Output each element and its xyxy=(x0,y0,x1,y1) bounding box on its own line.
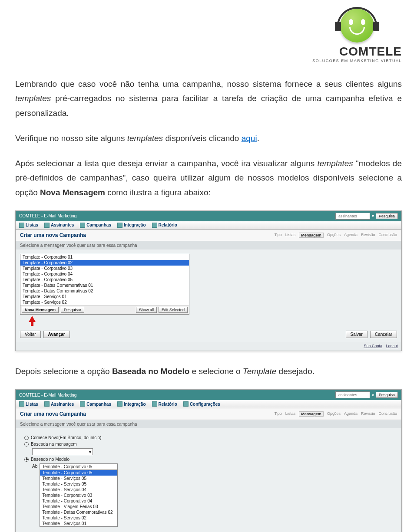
radio-group: Comece Novo(Em Branco, do início) Basead… xyxy=(20,433,397,529)
pesquisar-button[interactable]: Pesquisar xyxy=(61,307,84,313)
logo-mascot-icon xyxy=(340,9,374,43)
wizard-step[interactable]: Tipo xyxy=(275,411,282,417)
text: como ilustra a figura abaixo: xyxy=(107,188,211,197)
radio-label: Baseado no Modelo xyxy=(31,457,70,462)
screenshot-1: COMTELE - E-Mail Marketing ▾ Pesquisa Li… xyxy=(15,210,402,351)
logo-brand-name: COMTELE xyxy=(312,45,402,59)
cancelar-button[interactable]: Cancelar xyxy=(370,331,397,338)
wizard-step-active[interactable]: Mensagem xyxy=(299,411,324,417)
menu-assinantes[interactable]: Assinantes xyxy=(44,223,74,228)
list-item[interactable]: Template - Datas Comemorativas 01 xyxy=(20,282,189,288)
menu-assinantes[interactable]: Assinantes xyxy=(44,401,74,407)
app-topbar: COMTELE - E-Mail Marketing ▾ Pesquisa xyxy=(16,390,401,400)
list-icon xyxy=(19,401,24,407)
text-italic: templates xyxy=(317,159,353,168)
list-item[interactable]: Template - Serviços 01 xyxy=(40,521,117,526)
text: e selecione o xyxy=(192,367,243,376)
text-italic: Template xyxy=(243,367,276,376)
list-item[interactable]: Template - Corporativo 03 xyxy=(20,266,189,271)
text: disponíveis clicando xyxy=(165,134,241,143)
nova-mensagem-button[interactable]: Nova Mensagem xyxy=(22,307,59,313)
page-heading: Criar uma nova Campanha Tipo Listas Mens… xyxy=(16,230,401,241)
menu-integracao[interactable]: Integração xyxy=(117,401,146,407)
search-button[interactable]: Pesquisa xyxy=(376,213,398,219)
page-title: Criar uma nova Campanha xyxy=(20,411,86,417)
list-item[interactable]: Template - Corporativo 03 xyxy=(40,493,117,498)
list-item[interactable]: Template - Corporativo 05 xyxy=(20,277,189,282)
voltar-button[interactable]: Voltar xyxy=(20,331,41,338)
list-item-selected[interactable]: Template - Corporativo 05 xyxy=(40,470,117,476)
list-item[interactable]: Template - Corporativo 01 xyxy=(20,254,189,260)
modelo-dropdown[interactable]: Template - Corporativo 05 Template - Cor… xyxy=(40,463,118,527)
text-bold: Baseada no Modelo xyxy=(112,367,189,376)
list-item[interactable]: Template - Serviços 01 xyxy=(20,294,189,299)
avancar-button[interactable]: Avançar xyxy=(43,331,70,338)
search-input[interactable] xyxy=(335,213,370,220)
template-listbox[interactable]: Template - Corporativo 01 Template - Cor… xyxy=(20,254,189,315)
list-item[interactable]: Template - Serviços 05 xyxy=(40,481,117,487)
text-italic: templates xyxy=(15,94,51,103)
main-menu: Listas Assinantes Campanhas Integração R… xyxy=(16,400,401,408)
logout-link[interactable]: Logout xyxy=(386,344,398,348)
logo-block: COMTELE SOLUCOES EM MARKETING VIRTUAL xyxy=(15,9,402,64)
campaign-icon xyxy=(80,223,85,228)
page-heading: Criar uma nova Campanha Tipo Listas Mens… xyxy=(16,408,401,420)
search-input[interactable] xyxy=(335,391,370,398)
menu-relatorio[interactable]: Relatório xyxy=(152,401,177,407)
wizard-steps: Tipo Listas Mensagem Opções Agenda Revis… xyxy=(275,233,397,238)
edit-selected-button[interactable]: Edit Selected xyxy=(159,307,188,313)
people-icon xyxy=(44,401,50,407)
menu-listas[interactable]: Listas xyxy=(19,223,38,228)
show-all-button[interactable]: Show all xyxy=(136,307,157,313)
menu-configuracoes[interactable]: Configurações xyxy=(183,401,220,407)
mensagem-select[interactable] xyxy=(32,448,93,455)
list-item[interactable]: Template - Serviços 04 xyxy=(40,487,117,493)
screenshot-2: COMTELE - E-Mail Marketing ▾ Pesquisa Li… xyxy=(15,389,402,532)
wizard-step[interactable]: Tipo xyxy=(275,233,282,238)
integration-icon xyxy=(117,223,122,228)
sua-conta-link[interactable]: Sua Conta xyxy=(364,344,382,348)
radio-label: Comece Novo(Em Branco, do início) xyxy=(31,435,101,440)
subtitle: Selecione a mensagem você quer usar para… xyxy=(16,420,401,428)
page-title: Criar uma nova Campanha xyxy=(20,232,86,238)
campaign-icon xyxy=(80,401,85,407)
list-item-selected[interactable]: Template - Corporativo 02 xyxy=(20,260,189,266)
search-button[interactable]: Pesquisa xyxy=(376,392,398,398)
radio-baseado-modelo[interactable] xyxy=(24,457,29,462)
list-item[interactable]: Template - Serviços 02 xyxy=(40,515,117,521)
wizard-step[interactable]: Listas xyxy=(285,233,296,238)
menu-campanhas[interactable]: Campanhas xyxy=(80,223,111,228)
list-item[interactable]: Template - Serviços 02 xyxy=(20,299,189,305)
red-arrow-icon xyxy=(29,316,36,322)
list-item[interactable]: Template - Serviços 05 xyxy=(40,476,117,481)
app-brand: COMTELE - E-Mail Marketing xyxy=(19,213,76,218)
main-menu: Listas Assinantes Campanhas Integração R… xyxy=(16,221,401,230)
text-bold: Nova Mensagem xyxy=(40,188,105,197)
wizard-footer: Voltar Avançar Salvar Cancelar xyxy=(16,326,401,342)
radio-comece-novo[interactable] xyxy=(24,436,29,440)
wizard-steps: Tipo Listas Mensagem Opções Agenda Revis… xyxy=(275,411,397,417)
paragraph-3: Após selecionar a lista que deseja envia… xyxy=(15,156,402,200)
wizard-step-active[interactable]: Mensagem xyxy=(299,233,324,238)
radio-baseada-mensagem[interactable] xyxy=(24,442,29,447)
menu-relatorio[interactable]: Relatório xyxy=(152,223,177,228)
logo-tagline: SOLUCOES EM MARKETING VIRTUAL xyxy=(312,59,402,63)
list-item[interactable]: Template - Corporativo 04 xyxy=(40,498,117,504)
wizard-step: Agenda xyxy=(344,233,357,238)
paragraph-4: Depois selecione a opção Baseada no Mode… xyxy=(15,364,402,378)
paragraph-1: Lembrando que caso você não tenha uma ca… xyxy=(15,77,402,120)
menu-integracao[interactable]: Integração xyxy=(117,223,146,228)
dropdown-selected[interactable]: Template - Corporativo 05 xyxy=(40,464,117,470)
wizard-step[interactable]: Listas xyxy=(285,411,296,417)
list-item[interactable]: Template - Datas Comemorativas 02 xyxy=(20,288,189,294)
wizard-step: Opções xyxy=(327,411,341,417)
salvar-button[interactable]: Salvar xyxy=(346,331,367,338)
menu-campanhas[interactable]: Campanhas xyxy=(80,401,111,407)
link-aqui[interactable]: aqui xyxy=(242,134,257,143)
list-item[interactable]: Template - Datas Comemorativas 02 xyxy=(40,509,117,515)
list-item[interactable]: Template - Viagem-Férias 03 xyxy=(40,504,117,509)
menu-listas[interactable]: Listas xyxy=(19,401,38,407)
wizard-step: Conclusão xyxy=(378,233,397,238)
text: . xyxy=(257,134,259,143)
list-item[interactable]: Template - Corporativo 04 xyxy=(20,271,189,277)
